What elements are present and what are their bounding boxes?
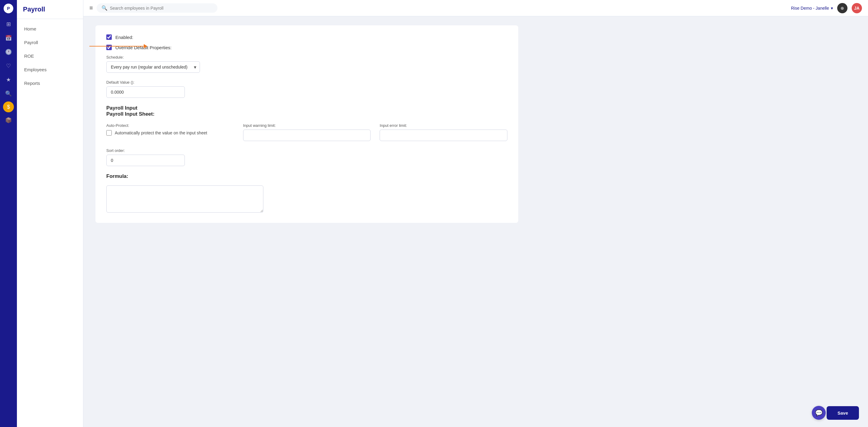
nav-icon-dollar[interactable]: $: [3, 101, 14, 112]
arrow-line: [89, 46, 144, 47]
icon-bar: P ⊞ 📅 🕐 ♡ ★ 🔍 $ 📦: [0, 0, 17, 427]
sort-order-input[interactable]: [106, 155, 185, 166]
search-input[interactable]: [110, 6, 213, 10]
topbar: ≡ 🔍 Rise Demo - Janelle ▾ ⊕ JA: [83, 0, 868, 16]
sidebar-item-payroll[interactable]: Payroll: [17, 36, 83, 49]
sidebar-title: Payroll: [17, 0, 83, 19]
input-warning-limit-input[interactable]: [243, 129, 371, 141]
sidebar: Payroll Home Payroll ROE Employees Repor…: [17, 0, 83, 427]
formula-textarea[interactable]: [106, 185, 264, 213]
default-value-label: Default Value ():: [106, 80, 507, 85]
save-button[interactable]: Save: [827, 406, 859, 420]
input-warning-limit-col: Input warning limit:: [243, 123, 371, 141]
schedule-label: Schedule:: [106, 55, 507, 60]
nav-icon-package[interactable]: 📦: [2, 114, 14, 126]
formula-section: Formula:: [106, 173, 507, 214]
auto-protect-label: Auto-Protect:: [106, 123, 234, 128]
account-label: Rise Demo - Janelle: [791, 6, 829, 10]
input-error-limit-col: Input error limit:: [380, 123, 507, 141]
account-switcher[interactable]: Rise Demo - Janelle ▾: [791, 6, 833, 10]
auto-protect-cb-row: Automatically protect the value on the i…: [106, 130, 234, 136]
chat-button[interactable]: 💬: [812, 406, 826, 420]
nav-icon-home[interactable]: ⊞: [2, 18, 14, 30]
input-error-limit-input[interactable]: [380, 129, 507, 141]
formula-title: Formula:: [106, 173, 507, 179]
sidebar-item-roe[interactable]: ROE: [17, 49, 83, 63]
enabled-label: Enabled:: [115, 35, 133, 40]
schedule-select[interactable]: Every pay run (regular and unscheduled) …: [106, 61, 200, 73]
arrow-annotation: [89, 44, 147, 48]
sidebar-item-reports[interactable]: Reports: [17, 77, 83, 90]
input-error-limit-label: Input error limit:: [380, 123, 507, 128]
nav-icon-star[interactable]: ★: [2, 74, 14, 86]
nav-icon-calendar[interactable]: 📅: [2, 32, 14, 44]
auto-protect-checkbox[interactable]: [106, 130, 112, 135]
nav-icon-heart[interactable]: ♡: [2, 60, 14, 72]
override-row: Override Default Properties:: [106, 45, 507, 50]
sidebar-item-home[interactable]: Home: [17, 22, 83, 36]
default-value-input[interactable]: [106, 86, 185, 98]
nav-icon-search[interactable]: 🔍: [2, 88, 14, 100]
app-logo[interactable]: P: [4, 4, 13, 13]
payroll-input-title: Payroll Input Payroll Input Sheet:: [106, 105, 507, 117]
sidebar-nav: Home Payroll ROE Employees Reports: [17, 19, 83, 93]
avatar[interactable]: JA: [852, 3, 862, 13]
arrow-head: [144, 44, 147, 48]
auto-protect-text: Automatically protect the value on the i…: [115, 130, 207, 136]
default-value-group: Default Value ():: [106, 80, 507, 98]
payroll-input-section: Payroll Input Payroll Input Sheet: Auto-…: [106, 105, 507, 166]
main-wrapper: ≡ 🔍 Rise Demo - Janelle ▾ ⊕ JA Enabled:: [83, 0, 868, 427]
sort-order-group: Sort order:: [106, 148, 507, 166]
search-bar: 🔍: [97, 3, 217, 13]
content-area: Enabled: Override Default Properties: Sc…: [83, 16, 868, 427]
form-section: Enabled: Override Default Properties: Sc…: [95, 25, 518, 223]
nav-icon-clock[interactable]: 🕐: [2, 46, 14, 58]
input-warning-limit-label: Input warning limit:: [243, 123, 371, 128]
payroll-input-grid: Auto-Protect: Automatically protect the …: [106, 123, 507, 141]
chevron-down-icon: ▾: [831, 6, 833, 10]
search-icon: 🔍: [101, 5, 107, 11]
sort-order-label: Sort order:: [106, 148, 507, 153]
enabled-row: Enabled:: [106, 34, 507, 40]
save-btn-wrapper: Save: [827, 406, 859, 420]
schedule-select-wrapper: Every pay run (regular and unscheduled) …: [106, 61, 200, 73]
auto-protect-col: Auto-Protect: Automatically protect the …: [106, 123, 234, 136]
sidebar-item-employees[interactable]: Employees: [17, 63, 83, 77]
support-icon-button[interactable]: ⊕: [837, 3, 847, 13]
enabled-checkbox[interactable]: [106, 34, 112, 40]
topbar-right: Rise Demo - Janelle ▾ ⊕ JA: [791, 3, 862, 13]
schedule-group: Schedule: Every pay run (regular and uns…: [106, 55, 507, 73]
menu-icon[interactable]: ≡: [89, 4, 93, 11]
